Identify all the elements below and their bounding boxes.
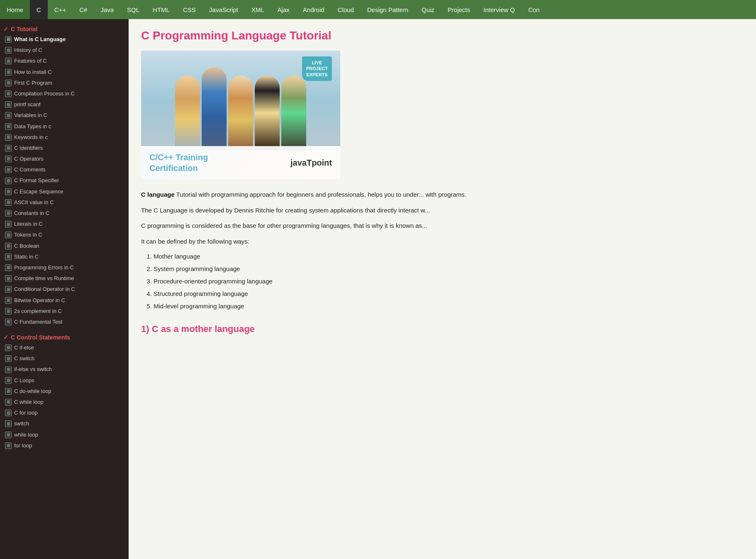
- sidebar-item-label: C for loop: [14, 409, 37, 417]
- sidebar-item-c-boolean[interactable]: ⊞C Boolean: [0, 241, 129, 251]
- sidebar-item-label: switch: [14, 420, 29, 427]
- nav-item-c#[interactable]: C#: [73, 0, 94, 19]
- nav-item-css[interactable]: CSS: [176, 0, 202, 19]
- sidebar-section-1-title: ✓ C Tutorial: [0, 23, 129, 34]
- nav-item-cloud[interactable]: Cloud: [331, 0, 361, 19]
- nav-item-android[interactable]: Android: [296, 0, 331, 19]
- expand-icon: ⊞: [5, 199, 12, 206]
- nav-item-con[interactable]: Con: [522, 0, 546, 19]
- sidebar-item-c-switch[interactable]: ⊞C switch: [0, 353, 129, 364]
- sidebar-item-compilation-process-in-c[interactable]: ⊞Compilation Process in C: [0, 88, 129, 99]
- expand-icon: ⊞: [5, 254, 12, 260]
- expand-icon: ⊞: [5, 145, 12, 151]
- sidebar-item-label: Literals in C: [14, 220, 43, 228]
- sidebar-item-label: C Operators: [14, 155, 44, 163]
- sidebar-item-ascii-value-in-c[interactable]: ⊞ASCII value in C: [0, 197, 129, 208]
- sidebar-item-programming-errors-in-c[interactable]: ⊞Programming Errors in C: [0, 262, 129, 273]
- section1-checkmark: ✓: [3, 26, 8, 32]
- sidebar-item-tokens-in-c[interactable]: ⊞Tokens in C: [0, 229, 129, 240]
- expand-icon: ⊞: [5, 355, 12, 362]
- sidebar-item-compile-time-vs-runtime[interactable]: ⊞Compile time vs Runtime: [0, 273, 129, 284]
- nav-item-xml[interactable]: XML: [245, 0, 271, 19]
- expand-icon: ⊞: [5, 69, 12, 76]
- sidebar-item-static-in-c[interactable]: ⊞Static in C: [0, 251, 129, 262]
- sidebar-item-label: Keywords in c: [14, 134, 48, 141]
- expand-icon: ⊞: [5, 319, 12, 325]
- nav-item-c[interactable]: C: [30, 0, 48, 19]
- sidebar-item-c-while-loop[interactable]: ⊞C while loop: [0, 397, 129, 408]
- sidebar-item-2s-complement-in-c[interactable]: ⊞2s complement in C: [0, 306, 129, 317]
- list-item-3: Procedure-oriented programming language: [154, 276, 744, 286]
- sidebar-item-for-loop[interactable]: ⊞for loop: [0, 440, 129, 451]
- banner-brand: javaTpoint: [290, 158, 332, 168]
- expand-icon: ⊞: [5, 286, 12, 293]
- section2-checkmark: ✓: [3, 334, 8, 341]
- sidebar-item-c-fundamental-test[interactable]: ⊞C Fundamental Test: [0, 317, 129, 327]
- banner-tag-line3: EXPERTS: [306, 72, 327, 77]
- sidebar-item-constants-in-c[interactable]: ⊞Constants in C: [0, 208, 129, 219]
- sidebar-item-if-else-vs-switch[interactable]: ⊞if-else vs switch: [0, 364, 129, 375]
- sidebar-item-while-loop[interactable]: ⊞while loop: [0, 430, 129, 440]
- sidebar-item-c-comments[interactable]: ⊞C Comments: [0, 164, 129, 175]
- expand-icon: ⊞: [5, 308, 12, 315]
- sidebar-item-first-c-program[interactable]: ⊞First C Program: [0, 78, 129, 88]
- sidebar-item-history-of-c[interactable]: ⊞History of C: [0, 45, 129, 56]
- sidebar-item-variables-in-c[interactable]: ⊞Variables in C: [0, 110, 129, 121]
- sidebar-item-literals-in-c[interactable]: ⊞Literals in C: [0, 219, 129, 229]
- expand-icon: ⊞: [5, 388, 12, 395]
- sidebar-item-features-of-c[interactable]: ⊞Features of C: [0, 56, 129, 66]
- banner-tag: LIVE PROJECT EXPERTS: [302, 56, 332, 81]
- sidebar-item-c-format-specifier[interactable]: ⊞C Format Specifier: [0, 175, 129, 186]
- sidebar-item-c-escape-sequence[interactable]: ⊞C Escape Sequence: [0, 186, 129, 197]
- sidebar-item-data-types-in-c[interactable]: ⊞Data Types in c: [0, 121, 129, 132]
- sidebar-item-label: Compile time vs Runtime: [14, 275, 74, 282]
- sidebar-item-c-identifiers[interactable]: ⊞C Identifiers: [0, 143, 129, 154]
- section-1-title: 1) C as a mother language: [141, 324, 744, 334]
- sidebar-item-label: How to install C: [14, 68, 51, 76]
- nav-item-projects[interactable]: Projects: [441, 0, 477, 19]
- expand-icon: ⊞: [5, 90, 12, 97]
- nav-item-ajax[interactable]: Ajax: [271, 0, 296, 19]
- sidebar-item-switch[interactable]: ⊞switch: [0, 418, 129, 429]
- expand-icon: ⊞: [5, 178, 12, 184]
- person-5: [281, 76, 306, 150]
- sidebar-section1-items: ⊞What is C Language⊞History of C⊞Feature…: [0, 34, 129, 327]
- nav-item-interview-q[interactable]: Interview Q: [477, 0, 522, 19]
- sidebar-item-what-is-c-language[interactable]: ⊞What is C Language: [0, 34, 129, 45]
- sidebar-item-printf-scanf[interactable]: ⊞printf scanf: [0, 99, 129, 110]
- nav-item-java[interactable]: Java: [94, 0, 120, 19]
- expand-icon: ⊞: [5, 377, 12, 384]
- expand-icon: ⊞: [5, 123, 12, 130]
- sidebar-item-label: C Boolean: [14, 242, 39, 250]
- top-navigation: HomeCC++C#JavaSQLHTMLCSSJavaScriptXMLAja…: [0, 0, 756, 19]
- banner-training-line2: Certification: [149, 164, 198, 173]
- expand-icon: ⊞: [5, 112, 12, 119]
- sidebar-item-c-do-while-loop[interactable]: ⊞C do-while loop: [0, 386, 129, 397]
- nav-item-sql[interactable]: SQL: [120, 0, 146, 19]
- banner-training-text: C/C++ Training Certification: [149, 152, 208, 173]
- expand-icon: ⊞: [5, 166, 12, 173]
- sidebar-item-label: Compilation Process in C: [14, 90, 75, 98]
- sidebar-item-c-operators[interactable]: ⊞C Operators: [0, 154, 129, 164]
- sidebar-item-label: C if-else: [14, 344, 34, 352]
- nav-item-design-pattern[interactable]: Design Pattern: [361, 0, 415, 19]
- sidebar-item-bitwise-operator-in-c[interactable]: ⊞Bitwise Operator in C: [0, 295, 129, 306]
- sidebar-item-conditional-operator-in-c[interactable]: ⊞Conditional Operator in C: [0, 284, 129, 295]
- nav-item-c++[interactable]: C++: [48, 0, 73, 19]
- nav-item-home[interactable]: Home: [0, 0, 30, 19]
- sidebar-item-label: C switch: [14, 355, 34, 362]
- sidebar-item-c-for-loop[interactable]: ⊞C for loop: [0, 408, 129, 418]
- sidebar-item-keywords-in-c[interactable]: ⊞Keywords in c: [0, 132, 129, 143]
- sidebar-item-c-if-else[interactable]: ⊞C if-else: [0, 342, 129, 353]
- sidebar-item-how-to-install-c[interactable]: ⊞How to install C: [0, 67, 129, 78]
- sidebar-item-c-loops[interactable]: ⊞C Loops: [0, 375, 129, 386]
- nav-item-html[interactable]: HTML: [146, 0, 176, 19]
- expand-icon: ⊞: [5, 101, 12, 108]
- sidebar-item-label: Tokens in C: [14, 231, 42, 239]
- nav-item-quiz[interactable]: Quiz: [415, 0, 441, 19]
- expand-icon: ⊞: [5, 47, 12, 54]
- sidebar-section2-label: C Control Statements: [11, 334, 70, 341]
- expand-icon: ⊞: [5, 297, 12, 304]
- expand-icon: ⊞: [5, 432, 12, 438]
- nav-item-javascript[interactable]: JavaScript: [202, 0, 245, 19]
